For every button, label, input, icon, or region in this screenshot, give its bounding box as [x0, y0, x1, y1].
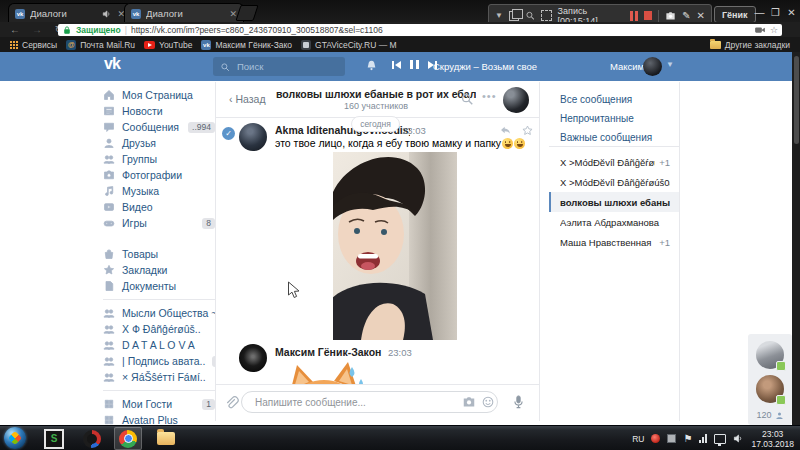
- taskbar-recorder-icon[interactable]: [78, 427, 106, 450]
- filter-important[interactable]: Важные сообщения: [549, 128, 679, 146]
- taskbar-explorer-icon[interactable]: [152, 427, 180, 450]
- chat-participants-count[interactable]: 160 участников: [276, 101, 476, 111]
- dialog-item[interactable]: Х >МódÐĕvíl Ðâñĝĕŕøúš0âñ...: [549, 172, 679, 192]
- now-playing-track[interactable]: Скруджи – Возьми свое: [433, 61, 537, 72]
- message-author-avatar[interactable]: [239, 344, 267, 372]
- message-photo-attachment[interactable]: [333, 152, 457, 340]
- chevron-down-icon[interactable]: ▼: [666, 60, 674, 69]
- window-close-button[interactable]: ✕: [784, 5, 799, 20]
- sidebar-item-guests-app[interactable]: Мои Гости1: [103, 396, 215, 412]
- sidebar-item-photos[interactable]: Фотографии: [103, 167, 215, 183]
- signal-bars-icon[interactable]: [699, 434, 707, 443]
- sidebar-item-community-3[interactable]: D A T A L O V A: [103, 337, 215, 353]
- tab-audio-icon[interactable]: [102, 9, 112, 19]
- sidebar-item-documents[interactable]: Документы: [103, 278, 215, 294]
- search-input[interactable]: [235, 60, 338, 73]
- sidebar-item-videos[interactable]: Видео: [103, 199, 215, 215]
- dialog-item-selected[interactable]: волковы шлюхи ебаные в ...: [549, 192, 679, 212]
- sidebar-item-friends[interactable]: Друзья: [103, 135, 215, 151]
- bookmark-mailru[interactable]: @Почта Mail.Ru: [66, 40, 135, 50]
- pause-icon[interactable]: [410, 60, 419, 69]
- bookmark-vk-profile[interactable]: vkМаксим Гёник-Зако: [201, 40, 292, 50]
- sidebar-item-music[interactable]: Музыка: [103, 183, 215, 199]
- network-icon[interactable]: [714, 434, 726, 444]
- recorder-draw-icon[interactable]: ✎: [682, 10, 690, 21]
- sidebar-item-my-page[interactable]: Моя Страница: [103, 87, 215, 103]
- filter-all-messages[interactable]: Все сообщения: [549, 90, 679, 108]
- attach-paperclip-icon[interactable]: [224, 395, 239, 410]
- prev-track-icon[interactable]: [392, 61, 401, 69]
- window-minimize-button[interactable]: —: [752, 5, 767, 20]
- voice-message-mic-icon[interactable]: [511, 394, 526, 410]
- message-selected-check-icon[interactable]: ✓: [222, 127, 235, 140]
- message-author-avatar[interactable]: [239, 123, 267, 151]
- photo-camera-icon[interactable]: [462, 395, 476, 409]
- notifications-bell-icon[interactable]: [365, 59, 378, 72]
- media-camera-icon[interactable]: [754, 24, 766, 36]
- header-user-name[interactable]: Максим: [610, 61, 644, 72]
- sidebar-item-community-1[interactable]: Мысли Общества ~: [103, 305, 215, 321]
- back-button[interactable]: ‹ Назад: [229, 93, 266, 105]
- recorder-region-icon[interactable]: [541, 10, 551, 21]
- bookmark-youtube[interactable]: YouTube: [144, 40, 192, 50]
- dialog-item[interactable]: Х >МódÐĕvíl Ðâñĝĕŕøú...+1: [549, 152, 679, 172]
- recorder-pause-button[interactable]: [630, 11, 638, 21]
- recorder-screenshot-icon[interactable]: [665, 10, 676, 22]
- recorder-windows-icon[interactable]: [509, 11, 519, 21]
- url-text[interactable]: https://vk.com/im?peers=c860_243670910_3…: [131, 25, 750, 35]
- taskbar-vegas-icon[interactable]: S: [40, 427, 68, 450]
- dialog-item[interactable]: Аэлита Абдрахманова: [549, 212, 679, 232]
- chrome-profile-button[interactable]: Гёник: [714, 6, 756, 23]
- recorder-dropdown-icon[interactable]: ▼: [495, 11, 503, 20]
- page-scrollbar[interactable]: [792, 52, 800, 425]
- window-restore-button[interactable]: ❒: [768, 5, 783, 20]
- new-tab-button[interactable]: [235, 5, 258, 21]
- important-star-icon[interactable]: [521, 124, 534, 137]
- sidebar-item-groups[interactable]: Группы: [103, 151, 215, 167]
- chat-search-icon[interactable]: [460, 92, 474, 106]
- sidebar-item-community-2[interactable]: Х Ф Ðâñĝérøûš..: [103, 321, 215, 337]
- sidebar-item-bookmarks[interactable]: Закладки: [103, 262, 215, 278]
- sidebar-item-games[interactable]: Игры8: [103, 215, 215, 231]
- security-label[interactable]: Защищено: [76, 25, 121, 35]
- sidebar-item-community-4[interactable]: | Подпись авата..2: [103, 353, 215, 369]
- bookmark-services[interactable]: Сервисы: [9, 40, 57, 50]
- chat-menu-icon[interactable]: •••: [482, 90, 497, 102]
- bookmark-star-icon[interactable]: ☆: [770, 25, 778, 35]
- emoji-smiley-icon[interactable]: [481, 395, 495, 409]
- browser-tab-1[interactable]: vk Диалоги ✕: [8, 3, 132, 23]
- chat-avatar[interactable]: [503, 87, 529, 113]
- recorder-close-icon[interactable]: ✕: [697, 10, 705, 21]
- reply-icon[interactable]: [499, 124, 512, 137]
- filter-unread[interactable]: Непрочитанные: [549, 109, 679, 127]
- tray-app-icon[interactable]: [667, 434, 676, 443]
- message-input[interactable]: [241, 391, 498, 413]
- dialogs-panel: Все сообщения Непрочитанные Важные сообщ…: [549, 82, 680, 421]
- sidebar-item-community-5[interactable]: × ЯáŠŝéтті Fáмí..: [103, 369, 215, 385]
- keyboard-language-indicator[interactable]: RU: [632, 434, 644, 444]
- start-button[interactable]: [4, 427, 26, 449]
- recorder-stop-button[interactable]: [644, 11, 652, 20]
- back-icon[interactable]: ←: [8, 24, 22, 35]
- tray-clock[interactable]: 23:0317.03.2018: [751, 429, 794, 449]
- sidebar-item-news[interactable]: Новости: [103, 103, 215, 119]
- taskbar-chrome-icon[interactable]: [114, 427, 142, 450]
- sidebar-item-messages[interactable]: Сообщения..994: [103, 119, 215, 135]
- forward-icon[interactable]: →: [30, 24, 44, 35]
- vk-search-box[interactable]: [213, 57, 345, 76]
- vk-logo[interactable]: vk: [104, 55, 120, 73]
- sidebar-item-market[interactable]: Товары: [103, 246, 215, 262]
- omnibox[interactable]: Защищено | https://vk.com/im?peers=c860_…: [58, 24, 782, 37]
- browser-tab-2[interactable]: vk Диалоги ✕: [124, 3, 244, 23]
- dialog-item[interactable]: Маша Нравственная+1: [549, 232, 679, 252]
- scrollbar-thumb[interactable]: [794, 56, 799, 144]
- header-avatar[interactable]: [643, 57, 662, 76]
- action-center-flag-icon[interactable]: ⚑: [683, 433, 692, 444]
- online-count[interactable]: 120: [748, 410, 792, 420]
- recorder-zoom-icon[interactable]: [525, 10, 535, 21]
- other-bookmarks-button[interactable]: Другие закладки: [710, 40, 790, 50]
- bookmark-gtavicecity[interactable]: GTAViceCity.RU — M: [301, 40, 397, 50]
- message-sticker-fox[interactable]: [282, 357, 366, 384]
- tray-record-icon[interactable]: [651, 434, 660, 443]
- volume-icon[interactable]: [733, 433, 744, 444]
